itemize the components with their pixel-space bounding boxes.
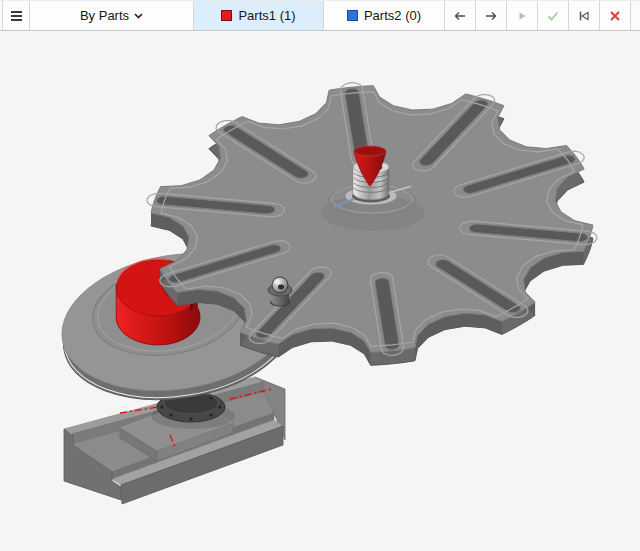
hamburger-icon bbox=[11, 11, 22, 21]
toolbar: By Parts Parts1 (1) Parts2 (0) bbox=[0, 0, 640, 31]
model-viewport[interactable] bbox=[0, 0, 640, 551]
tab-parts1[interactable]: Parts1 (1) bbox=[194, 1, 324, 30]
parts2-color-swatch-icon bbox=[347, 10, 358, 21]
toolbar-filler bbox=[631, 1, 640, 30]
parts1-color-swatch-icon bbox=[221, 10, 232, 21]
group-mode-dropdown[interactable]: By Parts bbox=[30, 1, 194, 30]
arrow-right-icon bbox=[483, 8, 499, 24]
group-mode-label: By Parts bbox=[80, 8, 129, 23]
chevron-down-icon bbox=[134, 13, 143, 19]
to-start-button[interactable] bbox=[569, 1, 600, 30]
menu-button[interactable] bbox=[2, 1, 30, 30]
arrow-left-icon bbox=[452, 8, 468, 24]
check-icon bbox=[545, 8, 561, 24]
play-icon bbox=[514, 8, 530, 24]
play-button[interactable] bbox=[507, 1, 538, 30]
close-button[interactable] bbox=[600, 1, 631, 30]
close-x-icon bbox=[607, 8, 623, 24]
accept-button[interactable] bbox=[538, 1, 569, 30]
skip-to-start-icon bbox=[576, 8, 592, 24]
forward-button[interactable] bbox=[476, 1, 507, 30]
tab-parts2-label: Parts2 (0) bbox=[364, 8, 421, 23]
tab-parts2[interactable]: Parts2 (0) bbox=[324, 1, 445, 30]
tab-parts1-label: Parts1 (1) bbox=[238, 8, 295, 23]
back-button[interactable] bbox=[445, 1, 476, 30]
